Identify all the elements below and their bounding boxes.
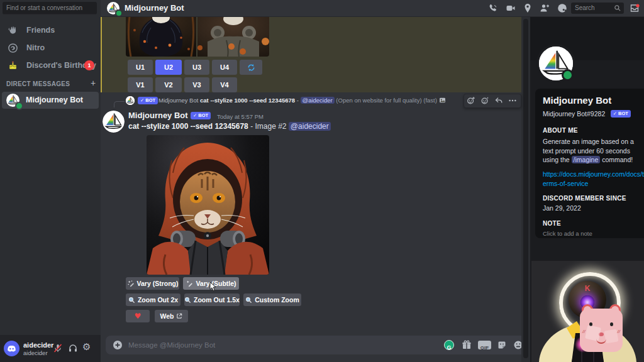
reply-icon[interactable] — [494, 96, 503, 105]
custom-zoom-button[interactable]: Custom Zoom — [243, 293, 301, 306]
profile-avatar[interactable] — [536, 44, 575, 83]
reroll-button[interactable] — [240, 60, 262, 75]
friends-wave-icon — [8, 25, 18, 36]
zoom-out-2x-button[interactable]: Zoom Out 2x — [126, 293, 180, 306]
heart-reaction-button[interactable]: ♥ — [126, 310, 150, 322]
image-grid-attachment[interactable] — [126, 16, 269, 57]
dm-sidebar: Find or start a conversation Friends Nit… — [0, 0, 101, 362]
about-me-text: Generate an image based on a text prompt… — [543, 137, 642, 165]
header-search[interactable]: Search — [571, 3, 624, 14]
headphones-icon[interactable] — [68, 343, 78, 353]
more-actions-icon[interactable] — [508, 96, 517, 105]
sidebar-item-friends[interactable]: Friends — [3, 23, 98, 38]
upscale-button-u1[interactable]: U1 — [128, 60, 153, 75]
web-button[interactable]: Web — [155, 310, 188, 322]
external-link-icon — [176, 313, 182, 319]
grammarly-letter: G — [447, 344, 451, 351]
sidebar-item-birthday[interactable]: Discord's Birthday 1 — [3, 58, 98, 74]
pinned-messages-icon[interactable] — [523, 3, 533, 13]
gif-picker-icon[interactable]: GIF — [478, 341, 491, 349]
super-reaction-icon[interactable] — [480, 96, 489, 105]
online-status-dot — [562, 69, 574, 81]
user-profile-toggle-icon[interactable] — [557, 3, 567, 13]
member-since-header: DISCORD MEMBER SINCE — [543, 195, 644, 202]
mic-muted-icon[interactable] — [53, 343, 63, 353]
imagine-command-chip[interactable]: /imagine — [572, 156, 601, 163]
terms-link[interactable]: https://docs.midjourney.com/docs/terms-o… — [543, 170, 644, 188]
vary-sparkle-icon — [127, 280, 135, 287]
custom-zoom-label: Custom Zoom — [255, 296, 299, 304]
sticker-picker-icon[interactable] — [497, 340, 507, 350]
mascot-cheek-left: // — [582, 329, 585, 334]
reply-prompt: cat --stylize 1000 --seed 12345678 — [200, 97, 295, 104]
reply-suffix: (Open on website for full quality) (fast… — [336, 97, 437, 104]
profile-name: Midjourney Bot — [543, 95, 644, 106]
upscale-button-u2-selected[interactable]: U2 — [155, 60, 182, 75]
birthday-cake-icon — [8, 60, 18, 71]
about-text-2: command! — [602, 156, 633, 163]
reply-avatar[interactable] — [126, 96, 135, 105]
cat-image-attachment[interactable] — [147, 135, 269, 275]
content-mention[interactable]: @aidecider — [289, 122, 331, 131]
variation-button-v1[interactable]: V1 — [128, 77, 153, 92]
message-avatar[interactable] — [103, 111, 125, 133]
inbox-icon[interactable] — [630, 3, 640, 13]
profile-card: Midjourney Bot Midjourney Bot#9282 ✓ BOT… — [535, 89, 644, 238]
search-icon — [614, 4, 621, 12]
content-prompt: cat --stylize 1000 --seed 12345678 — [128, 122, 248, 131]
message-hover-toolbar — [464, 94, 521, 108]
reply-preview[interactable]: Midjourney Bot cat --stylize 1000 --seed… — [158, 96, 462, 105]
user-avatar[interactable] — [4, 341, 19, 356]
variation-button-v2[interactable]: V2 — [155, 77, 182, 92]
user-panel: aidecider aidecider ⚙ — [0, 335, 101, 362]
channel-header: Midjourney Bot Search — [101, 0, 644, 17]
upscale-button-u4[interactable]: U4 — [212, 60, 237, 75]
nitro-icon — [8, 43, 18, 53]
add-reaction-icon[interactable] — [467, 96, 475, 105]
gift-icon[interactable] — [462, 340, 472, 350]
reply-author: Midjourney Bot — [158, 97, 198, 104]
message-input-placeholder: Message @Midjourney Bot — [128, 336, 438, 354]
profile-tag: Midjourney Bot#9282 — [543, 110, 605, 118]
settings-gear-icon[interactable]: ⚙ — [82, 341, 91, 353]
variation-button-v4[interactable]: V4 — [212, 77, 237, 92]
online-status-dot — [15, 102, 23, 110]
vary-strong-label: Vary (Strong) — [137, 280, 179, 287]
note-placeholder[interactable]: Click to add a note — [543, 230, 644, 237]
grammarly-icon[interactable]: G — [444, 340, 454, 350]
channel-title: Midjourney Bot — [125, 0, 184, 16]
dm-item-midjourney-bot[interactable]: Midjourney Bot — [2, 92, 99, 109]
reply-spine — [114, 101, 125, 107]
user-handle: aidecider — [23, 349, 48, 356]
message-author[interactable]: Midjourney Bot — [128, 111, 188, 120]
zoom-out-2x-label: Zoom Out 2x — [138, 296, 178, 304]
sidebar-item-label: Friends — [26, 23, 98, 38]
sidebar-item-label: Nitro — [26, 40, 98, 56]
vary-strong-button[interactable]: Vary (Strong) — [126, 277, 179, 290]
vary-sparkle-icon — [186, 280, 193, 287]
chat-scrollbar-thumb[interactable] — [523, 19, 528, 358]
variation-button-v3[interactable]: V3 — [184, 77, 209, 92]
attach-plus-icon[interactable] — [113, 340, 123, 350]
user-name: aidecider — [23, 341, 53, 349]
mascot-cheek-right: // — [618, 329, 620, 334]
message-input-bar[interactable]: Message @Midjourney Bot G GIF — [106, 336, 526, 354]
heart-icon: ♥ — [135, 312, 142, 321]
dm-section-header[interactable]: DIRECT MESSAGES — [6, 80, 70, 87]
gif-letters: GIF — [480, 345, 489, 351]
add-friends-to-dm-icon[interactable] — [540, 3, 550, 13]
bot-badge: ✓ BOT — [611, 110, 631, 118]
upscale-button-u3[interactable]: U3 — [184, 60, 209, 75]
message-timestamp: Today at 5:57 PM — [217, 113, 264, 120]
quick-switcher[interactable]: Find or start a conversation — [3, 2, 97, 14]
member-since-date: Jan 29, 2022 — [543, 204, 644, 212]
sidebar-item-nitro[interactable]: Nitro — [3, 40, 98, 56]
message-content: cat --stylize 1000 --seed 12345678 - Ima… — [128, 121, 480, 131]
reroll-icon — [247, 63, 256, 72]
start-voice-call-icon[interactable] — [488, 3, 498, 13]
start-video-call-icon[interactable] — [506, 3, 516, 13]
online-status-dot — [115, 9, 123, 17]
zoom-out-15x-button[interactable]: Zoom Out 1.5x — [184, 293, 240, 306]
about-me-header: ABOUT ME — [543, 127, 644, 134]
reply-mention[interactable]: @aidecider — [301, 97, 335, 104]
